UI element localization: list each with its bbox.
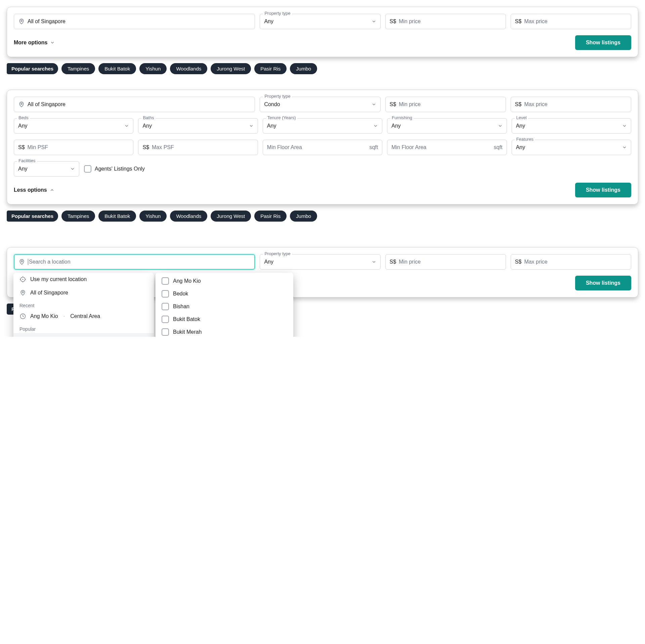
min-psf-input[interactable]: S$ Min PSF <box>14 140 133 155</box>
chevron-down-icon <box>622 145 627 150</box>
max-psf-input[interactable]: S$ Max PSF <box>138 140 258 155</box>
popular-search-chip[interactable]: Pasir Ris <box>254 211 287 222</box>
max-price-placeholder: Max price <box>524 18 627 25</box>
all-of-singapore[interactable]: All of Singapore <box>13 286 154 300</box>
popular-search-chip[interactable]: Jumbo <box>290 211 317 222</box>
facilities-select[interactable]: Any <box>14 161 79 177</box>
chevron-up-icon <box>50 188 54 192</box>
popular-search-chip[interactable]: Tampines <box>61 63 95 74</box>
pin-icon <box>18 259 25 265</box>
property-type-label: Property type <box>263 11 292 15</box>
min-price-input[interactable]: S$ Min price <box>385 97 506 112</box>
estate-option[interactable]: Bedok <box>156 287 293 300</box>
agents-only-label: Agents' Listings Only <box>95 166 145 172</box>
use-current-location[interactable]: Use my current location <box>13 273 154 286</box>
chevron-down-icon <box>124 124 129 128</box>
building-icon <box>19 336 26 337</box>
popular-search-chip[interactable]: Jurong West <box>211 63 251 74</box>
min-price-placeholder: Min price <box>399 18 502 25</box>
chevron-down-icon <box>70 167 75 171</box>
show-listings-button[interactable]: Show listings <box>575 276 631 290</box>
location-dropdown: Use my current location All of Singapore… <box>13 273 154 337</box>
property-type-select[interactable]: Any <box>260 254 380 270</box>
features-select[interactable]: Any <box>512 140 631 155</box>
estate-name: Ang Mo Kio <box>173 278 287 284</box>
estate-checkbox[interactable] <box>162 316 169 323</box>
estate-list-dropdown: Ang Mo KioBedokBishanBukit BatokBukit Me… <box>156 273 293 337</box>
beds-select[interactable]: Any <box>14 118 133 134</box>
estate-name: Bukit Batok <box>173 316 287 322</box>
more-options-toggle[interactable]: More options <box>14 40 55 46</box>
pin-icon <box>18 18 25 25</box>
pin-icon <box>18 101 25 108</box>
tenure-label: Tenure (Years) <box>266 116 297 120</box>
level-label: Level <box>515 116 528 120</box>
popular-search-chip[interactable]: Bukit Batok <box>98 63 136 74</box>
level-select[interactable]: Any <box>512 118 631 134</box>
min-floor-area-input[interactable]: Min Floor Area sqft <box>263 140 382 155</box>
pin-icon <box>19 289 26 296</box>
min-price-input[interactable]: S$ Min price <box>385 254 506 270</box>
popular-searches-row: Popular searches Tampines Bukit Batok Yi… <box>7 211 638 222</box>
currency-prefix: S$ <box>390 18 396 25</box>
max-price-input[interactable]: S$ Max price <box>511 97 631 112</box>
estate-name: Bedok <box>173 291 287 297</box>
location-input[interactable]: All of Singapore <box>14 14 255 29</box>
popular-search-chip[interactable]: Yishun <box>139 63 167 74</box>
popular-search-chip[interactable]: Pasir Ris <box>254 63 287 74</box>
estate-checkbox[interactable] <box>162 277 169 285</box>
estate-option[interactable]: Bishan <box>156 300 293 313</box>
estate-checkbox[interactable] <box>162 290 169 297</box>
estate-checkbox[interactable] <box>162 303 169 310</box>
min-price-input[interactable]: S$ Min price <box>385 14 506 29</box>
recent-search-item[interactable]: Ang Mo Kio · Central Area <box>13 310 154 323</box>
agents-only-checkbox[interactable] <box>84 165 91 173</box>
popular-search-chip[interactable]: Bukit Batok <box>98 211 136 222</box>
location-input[interactable]: Search a location <box>14 254 255 270</box>
show-listings-button[interactable]: Show listings <box>575 35 631 50</box>
popular-search-chip[interactable]: Woodlands <box>170 63 207 74</box>
chevron-down-icon <box>372 102 376 107</box>
popular-searches-label: Popular searches <box>7 63 58 74</box>
toggle-label: More options <box>14 40 47 46</box>
property-type-label: Property type <box>263 94 292 98</box>
estate-checkbox[interactable] <box>162 328 169 336</box>
estate-option[interactable]: Bukit Batok <box>156 313 293 326</box>
estate-option[interactable]: Ang Mo Kio <box>156 275 293 287</box>
chevron-down-icon <box>622 124 627 128</box>
max-price-input[interactable]: S$ Max price <box>511 14 631 29</box>
max-price-input[interactable]: S$ Max price <box>511 254 631 270</box>
chevron-down-icon <box>498 124 503 128</box>
chevron-down-icon <box>249 124 254 128</box>
estate-name: Bishan <box>173 304 287 310</box>
features-label: Features <box>515 137 535 141</box>
category-estate-hdb[interactable]: Estate (HDB) <box>13 333 154 337</box>
popular-search-chip[interactable]: Jumbo <box>290 63 317 74</box>
property-type-value: Any <box>264 18 369 25</box>
popular-search-chip[interactable]: Jurong West <box>211 211 251 222</box>
show-listings-button[interactable]: Show listings <box>575 183 631 197</box>
estate-name: Bukit Merah <box>173 329 287 335</box>
location-value: All of Singapore <box>28 18 251 25</box>
tenure-select[interactable]: Any <box>263 118 382 134</box>
location-value: All of Singapore <box>28 101 251 107</box>
clock-icon <box>19 313 26 320</box>
location-input[interactable]: All of Singapore <box>14 97 255 112</box>
facilities-label: Facilities <box>17 158 37 163</box>
popular-search-chip[interactable]: Yishun <box>139 211 167 222</box>
furnishing-select[interactable]: Any <box>387 118 507 134</box>
property-type-select[interactable]: Condo <box>260 97 380 112</box>
less-options-toggle[interactable]: Less options <box>14 187 54 193</box>
furnishing-label: Furnishing <box>390 116 414 120</box>
beds-label: Beds <box>17 116 30 120</box>
baths-select[interactable]: Any <box>138 118 258 134</box>
chevron-down-icon <box>373 124 378 128</box>
property-type-select[interactable]: Any <box>260 14 380 29</box>
currency-prefix: S$ <box>515 18 522 25</box>
max-floor-area-input[interactable]: Min Floor Area sqft <box>387 140 507 155</box>
popular-search-chip[interactable]: Tampines <box>61 211 95 222</box>
baths-label: Baths <box>141 116 155 120</box>
popular-searches-label: Popular searches <box>7 211 58 222</box>
estate-option[interactable]: Bukit Merah <box>156 326 293 337</box>
popular-search-chip[interactable]: Woodlands <box>170 211 207 222</box>
